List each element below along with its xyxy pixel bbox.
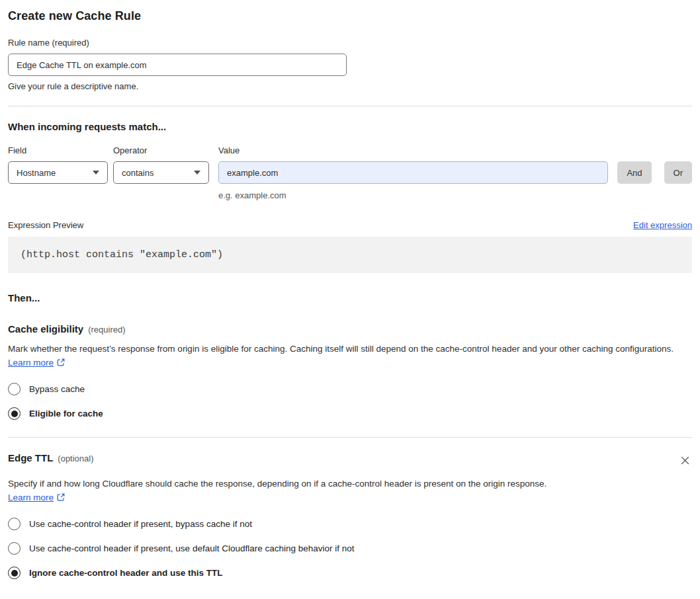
- field-select-value: Hostname: [17, 168, 56, 178]
- then-section-title: Then...: [8, 292, 692, 303]
- match-condition-row: Field Hostname Operator contains Value A…: [8, 145, 692, 184]
- section-divider: [8, 437, 692, 438]
- cache-eligibility-title: Cache eligibility: [8, 323, 83, 335]
- andor-buttons: And Or: [617, 161, 692, 184]
- edge-ttl-description-text: Specify if and how long Cloudflare shoul…: [8, 479, 547, 489]
- operator-label: Operator: [113, 145, 209, 155]
- operator-select-value: contains: [122, 168, 153, 178]
- chevron-down-icon: [93, 171, 99, 175]
- radio-checked-icon: [8, 407, 21, 420]
- radio-unchecked-icon: [8, 542, 21, 555]
- operator-column: Operator contains: [113, 145, 209, 184]
- rule-name-input[interactable]: [8, 54, 347, 76]
- expression-code: (http.host contains "example.com"): [8, 237, 692, 273]
- cache-eligibility-header: Cache eligibility (required): [8, 323, 692, 335]
- close-icon: [679, 458, 691, 468]
- match-section-title: When incoming requests match...: [8, 121, 692, 132]
- or-button[interactable]: Or: [664, 161, 692, 184]
- external-link-icon: [56, 492, 66, 506]
- radio-unchecked-icon: [8, 518, 21, 530]
- chevron-down-icon: [194, 171, 200, 175]
- edge-ttl-title-row: Edge TTL (optional): [8, 452, 94, 463]
- value-input[interactable]: [218, 161, 608, 184]
- value-column: Value: [218, 145, 608, 184]
- radio-option-use-header-default[interactable]: Use cache-control header if present, use…: [8, 542, 692, 555]
- cache-eligibility-required-tag: (required): [88, 325, 125, 335]
- expression-preview-header: Expression Preview Edit expression: [8, 220, 692, 230]
- radio-option-label: Eligible for cache: [29, 409, 103, 419]
- radio-option-label: Bypass cache: [29, 384, 85, 394]
- operator-select[interactable]: contains: [113, 161, 209, 184]
- edge-ttl-optional-tag: (optional): [58, 454, 93, 463]
- radio-option-label: Use cache-control header if present, use…: [29, 543, 355, 553]
- radio-option-ignore-header-use-ttl[interactable]: Ignore cache-control header and use this…: [8, 567, 692, 579]
- value-label: Value: [218, 145, 608, 155]
- field-column: Field Hostname: [8, 145, 108, 184]
- close-edge-ttl-button[interactable]: [678, 454, 692, 469]
- expression-preview-label: Expression Preview: [8, 220, 83, 230]
- and-button[interactable]: And: [617, 161, 651, 184]
- field-label: Field: [8, 145, 108, 155]
- external-link-icon: [56, 357, 66, 371]
- section-divider: [8, 106, 692, 106]
- edge-ttl-description: Specify if and how long Cloudflare shoul…: [8, 477, 562, 506]
- create-cache-rule-form: Create new Cache Rule Rule name (require…: [0, 0, 700, 599]
- rule-name-label: Rule name (required): [8, 38, 347, 48]
- cache-eligibility-description: Mark whether the request’s response from…: [8, 342, 692, 371]
- field-select[interactable]: Hostname: [8, 161, 108, 184]
- radio-unchecked-icon: [8, 383, 21, 395]
- rule-name-help: Give your rule a descriptive name.: [8, 81, 347, 91]
- radio-option-use-header-bypass[interactable]: Use cache-control header if present, byp…: [8, 518, 692, 530]
- radio-option-label: Use cache-control header if present, byp…: [29, 519, 252, 529]
- cache-eligibility-options: Bypass cache Eligible for cache: [8, 383, 692, 420]
- radio-checked-icon: [8, 567, 21, 579]
- radio-option-label: Ignore cache-control header and use this…: [29, 568, 223, 578]
- radio-option-bypass-cache[interactable]: Bypass cache: [8, 383, 692, 395]
- rule-name-group: Rule name (required) Give your rule a de…: [8, 38, 347, 91]
- radio-option-eligible-for-cache[interactable]: Eligible for cache: [8, 407, 692, 420]
- edge-ttl-title: Edge TTL: [8, 452, 53, 463]
- cache-eligibility-description-text: Mark whether the request’s response from…: [8, 344, 674, 354]
- page-title: Create new Cache Rule: [8, 9, 692, 23]
- edit-expression-link[interactable]: Edit expression: [633, 220, 692, 230]
- edge-ttl-learn-more-link[interactable]: Learn more: [8, 493, 54, 502]
- edge-ttl-header: Edge TTL (optional): [8, 452, 692, 469]
- value-example-help: e.g. example.com: [218, 190, 692, 200]
- cache-eligibility-learn-more-link[interactable]: Learn more: [8, 358, 54, 368]
- edge-ttl-options: Use cache-control header if present, byp…: [8, 518, 692, 579]
